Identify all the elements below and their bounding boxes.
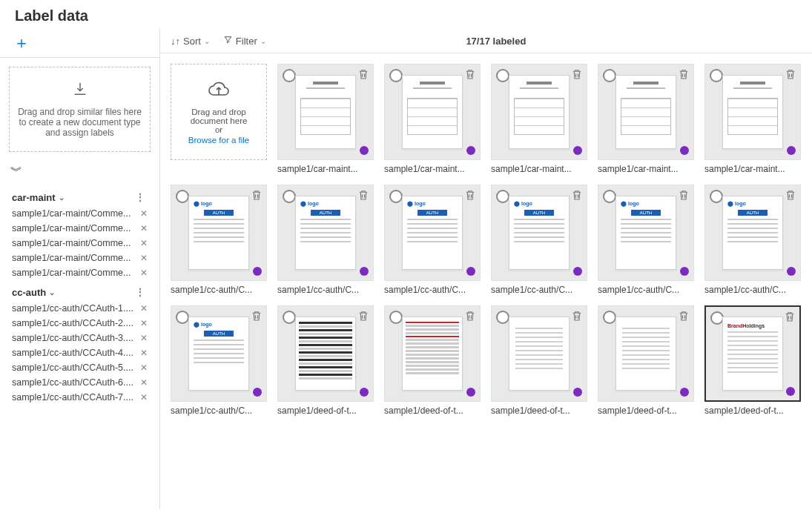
delete-icon[interactable] [570, 309, 584, 325]
remove-icon[interactable]: ✕ [137, 362, 151, 373]
document-card[interactable]: sample1/car-maint... [277, 64, 374, 174]
document-card[interactable]: BrandHoldings sample1/deed-of-t... [704, 305, 801, 416]
file-row[interactable]: sample1/car-maint/Comme...✕ [0, 236, 158, 251]
document-thumbnail[interactable]: ⬤ logoAUTH [491, 185, 587, 281]
select-radio[interactable] [389, 190, 403, 203]
document-thumbnail[interactable] [491, 64, 587, 160]
remove-icon[interactable]: ✕ [137, 208, 151, 219]
delete-icon[interactable] [357, 309, 370, 325]
delete-icon[interactable] [250, 309, 263, 325]
document-thumbnail[interactable]: ⬤ logoAUTH [704, 185, 801, 281]
file-row[interactable]: sample1/cc-auth/CCAuth-5....✕ [0, 360, 158, 375]
main-dropzone[interactable]: Drag and drop document here or Browse fo… [171, 64, 267, 160]
select-radio[interactable] [176, 190, 189, 203]
document-thumbnail[interactable] [598, 64, 694, 160]
select-radio[interactable] [603, 190, 616, 203]
select-radio[interactable] [283, 190, 296, 203]
remove-icon[interactable]: ✕ [137, 377, 151, 388]
remove-icon[interactable]: ✕ [137, 333, 151, 343]
document-thumbnail[interactable] [598, 305, 694, 402]
remove-icon[interactable]: ✕ [137, 303, 151, 314]
delete-icon[interactable] [677, 67, 690, 83]
document-card[interactable]: sample1/car-maint... [491, 64, 587, 174]
select-radio[interactable] [710, 69, 723, 82]
more-icon[interactable]: ⋮ [135, 286, 146, 298]
remove-icon[interactable]: ✕ [137, 223, 151, 234]
select-radio[interactable] [496, 190, 509, 203]
file-row[interactable]: sample1/cc-auth/CCAuth-1....✕ [0, 301, 158, 316]
delete-icon[interactable] [677, 188, 690, 204]
delete-icon[interactable] [784, 188, 797, 204]
delete-icon[interactable] [677, 309, 690, 325]
delete-icon[interactable] [463, 309, 477, 325]
select-radio[interactable] [176, 311, 189, 324]
document-card[interactable]: sample1/car-maint... [598, 64, 694, 174]
file-row[interactable]: sample1/car-maint/Comme...✕ [0, 206, 158, 221]
remove-icon[interactable]: ✕ [137, 392, 151, 403]
document-card[interactable]: sample1/deed-of-t... [491, 305, 587, 416]
select-radio[interactable] [603, 69, 616, 82]
file-row[interactable]: sample1/cc-auth/CCAuth-4....✕ [0, 345, 158, 360]
file-row[interactable]: sample1/cc-auth/CCAuth-6....✕ [0, 375, 158, 390]
document-thumbnail[interactable]: ⬤ logoAUTH [171, 305, 267, 402]
file-row[interactable]: sample1/cc-auth/CCAuth-3....✕ [0, 331, 158, 345]
group-header[interactable]: cc-auth⌄⋮ [0, 280, 158, 301]
delete-icon[interactable] [463, 188, 477, 204]
remove-icon[interactable]: ✕ [137, 318, 151, 328]
group-header[interactable]: car-maint⌄⋮ [0, 185, 158, 206]
select-radio[interactable] [603, 311, 616, 324]
document-thumbnail[interactable] [704, 64, 801, 160]
file-row[interactable]: sample1/cc-auth/CCAuth-7....✕ [0, 390, 158, 405]
delete-icon[interactable] [570, 188, 584, 204]
document-card[interactable]: ⬤ logoAUTH sample1/cc-auth/C... [277, 185, 374, 295]
sort-button[interactable]: ↓↑ Sort ⌄ [171, 36, 210, 47]
document-thumbnail[interactable]: ⬤ logoAUTH [171, 185, 267, 281]
document-card[interactable]: ⬤ logoAUTH sample1/cc-auth/C... [704, 185, 801, 295]
delete-icon[interactable] [357, 188, 370, 204]
document-thumbnail[interactable] [491, 305, 587, 402]
select-radio[interactable] [283, 311, 296, 324]
select-radio[interactable] [389, 311, 403, 324]
file-row[interactable]: sample1/car-maint/Comme...✕ [0, 265, 158, 280]
collapse-all-icon[interactable]: ︾ [0, 161, 159, 182]
document-thumbnail[interactable]: BrandHoldings [704, 305, 801, 402]
add-button[interactable]: ＋ [13, 33, 30, 52]
delete-icon[interactable] [784, 67, 797, 83]
document-thumbnail[interactable]: ⬤ logoAUTH [598, 185, 694, 281]
file-row[interactable]: sample1/car-maint/Comme...✕ [0, 221, 158, 236]
file-row[interactable]: sample1/car-maint/Comme...✕ [0, 251, 158, 265]
delete-icon[interactable] [570, 67, 584, 83]
document-card[interactable]: sample1/car-maint... [704, 64, 801, 174]
remove-icon[interactable]: ✕ [137, 268, 151, 278]
document-card[interactable]: ⬤ logoAUTH sample1/cc-auth/C... [598, 185, 694, 295]
select-radio[interactable] [496, 69, 509, 82]
select-radio[interactable] [496, 311, 509, 324]
document-card[interactable]: ⬤ logoAUTH sample1/cc-auth/C... [171, 185, 267, 295]
more-icon[interactable]: ⋮ [135, 191, 146, 203]
select-radio[interactable] [283, 69, 296, 82]
filter-button[interactable]: Filter ⌄ [223, 35, 266, 47]
document-thumbnail[interactable] [384, 305, 481, 402]
document-card[interactable]: ⬤ logoAUTH sample1/cc-auth/C... [491, 185, 587, 295]
browse-link[interactable]: Browse for a file [188, 136, 249, 145]
delete-icon[interactable] [357, 67, 370, 83]
document-thumbnail[interactable]: ⬤ logoAUTH [384, 185, 481, 281]
select-radio[interactable] [389, 69, 403, 82]
document-card[interactable]: ⬤ logoAUTH sample1/cc-auth/C... [384, 185, 481, 295]
document-thumbnail[interactable] [277, 64, 374, 160]
remove-icon[interactable]: ✕ [137, 238, 151, 248]
sidebar-dropzone[interactable]: Drag and drop similar files here to crea… [9, 67, 151, 152]
document-card[interactable]: sample1/deed-of-t... [598, 305, 694, 416]
document-thumbnail[interactable]: ⬤ logoAUTH [277, 185, 374, 281]
document-thumbnail[interactable] [277, 305, 374, 402]
delete-icon[interactable] [783, 310, 796, 325]
document-card[interactable]: sample1/car-maint... [384, 64, 481, 174]
select-radio[interactable] [710, 190, 723, 203]
document-card[interactable]: ⬤ logoAUTH sample1/cc-auth/C... [171, 305, 267, 416]
document-card[interactable]: sample1/deed-of-t... [384, 305, 481, 416]
file-row[interactable]: sample1/cc-auth/CCAuth-2....✕ [0, 316, 158, 331]
document-thumbnail[interactable] [384, 64, 481, 160]
remove-icon[interactable]: ✕ [137, 253, 151, 263]
remove-icon[interactable]: ✕ [137, 348, 151, 358]
delete-icon[interactable] [250, 188, 263, 204]
